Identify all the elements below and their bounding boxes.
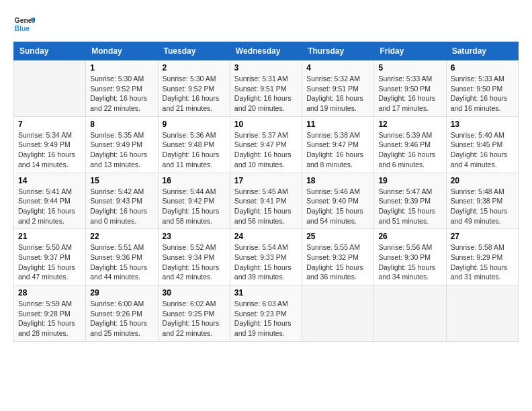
calendar-cell: 11Sunrise: 5:38 AM Sunset: 9:47 PM Dayli… bbox=[302, 116, 374, 173]
calendar-cell: 1Sunrise: 5:30 AM Sunset: 9:52 PM Daylig… bbox=[86, 60, 158, 117]
calendar-cell: 10Sunrise: 5:37 AM Sunset: 9:47 PM Dayli… bbox=[230, 116, 302, 173]
day-number: 15 bbox=[90, 176, 153, 185]
calendar-cell: 8Sunrise: 5:35 AM Sunset: 9:49 PM Daylig… bbox=[86, 116, 158, 173]
weekday-header-monday: Monday bbox=[86, 42, 158, 60]
calendar-cell: 5Sunrise: 5:33 AM Sunset: 9:50 PM Daylig… bbox=[374, 60, 446, 117]
calendar-cell: 30Sunrise: 6:02 AM Sunset: 9:25 PM Dayli… bbox=[158, 285, 230, 342]
logo-icon: General Blue bbox=[13, 13, 35, 35]
calendar-body: 1Sunrise: 5:30 AM Sunset: 9:52 PM Daylig… bbox=[14, 60, 519, 342]
calendar-cell bbox=[374, 285, 446, 342]
calendar-cell: 3Sunrise: 5:31 AM Sunset: 9:51 PM Daylig… bbox=[230, 60, 302, 117]
calendar-week-2: 7Sunrise: 5:34 AM Sunset: 9:49 PM Daylig… bbox=[14, 116, 519, 173]
day-number: 4 bbox=[306, 63, 369, 73]
page-header: General Blue bbox=[13, 13, 519, 35]
day-info: Sunrise: 5:47 AM Sunset: 9:39 PM Dayligh… bbox=[378, 187, 441, 226]
calendar-cell: 4Sunrise: 5:32 AM Sunset: 9:51 PM Daylig… bbox=[302, 60, 374, 117]
calendar-cell: 14Sunrise: 5:41 AM Sunset: 9:44 PM Dayli… bbox=[14, 173, 86, 229]
calendar-cell bbox=[446, 285, 518, 342]
day-info: Sunrise: 5:35 AM Sunset: 9:49 PM Dayligh… bbox=[90, 130, 153, 170]
calendar-cell bbox=[302, 285, 374, 342]
day-number: 3 bbox=[234, 63, 298, 73]
day-number: 19 bbox=[378, 176, 441, 185]
calendar-cell: 7Sunrise: 5:34 AM Sunset: 9:49 PM Daylig… bbox=[14, 116, 86, 173]
calendar-cell: 20Sunrise: 5:48 AM Sunset: 9:38 PM Dayli… bbox=[446, 173, 518, 229]
day-info: Sunrise: 5:38 AM Sunset: 9:47 PM Dayligh… bbox=[306, 130, 369, 170]
day-number: 6 bbox=[451, 63, 514, 73]
day-number: 26 bbox=[378, 232, 441, 241]
day-info: Sunrise: 5:56 AM Sunset: 9:30 PM Dayligh… bbox=[378, 242, 441, 282]
calendar-cell: 28Sunrise: 5:59 AM Sunset: 9:28 PM Dayli… bbox=[14, 285, 86, 342]
weekday-header-thursday: Thursday bbox=[302, 42, 374, 60]
day-info: Sunrise: 5:50 AM Sunset: 9:37 PM Dayligh… bbox=[18, 242, 81, 282]
day-number: 9 bbox=[163, 120, 226, 129]
calendar-cell: 29Sunrise: 6:00 AM Sunset: 9:26 PM Dayli… bbox=[86, 285, 158, 342]
day-info: Sunrise: 5:33 AM Sunset: 9:50 PM Dayligh… bbox=[378, 74, 441, 113]
calendar-cell: 15Sunrise: 5:42 AM Sunset: 9:43 PM Dayli… bbox=[86, 173, 158, 229]
calendar-header: SundayMondayTuesdayWednesdayThursdayFrid… bbox=[14, 42, 519, 60]
day-number: 11 bbox=[306, 120, 369, 129]
day-number: 27 bbox=[451, 232, 514, 241]
day-number: 17 bbox=[234, 176, 298, 185]
calendar-cell: 13Sunrise: 5:40 AM Sunset: 9:45 PM Dayli… bbox=[446, 116, 518, 173]
weekday-header-sunday: Sunday bbox=[14, 42, 86, 60]
weekday-header-row: SundayMondayTuesdayWednesdayThursdayFrid… bbox=[14, 42, 519, 60]
day-number: 29 bbox=[90, 288, 153, 298]
day-number: 31 bbox=[234, 288, 298, 298]
day-number: 20 bbox=[451, 176, 514, 185]
day-number: 1 bbox=[90, 63, 153, 73]
day-info: Sunrise: 5:54 AM Sunset: 9:33 PM Dayligh… bbox=[234, 242, 298, 282]
calendar-cell: 16Sunrise: 5:44 AM Sunset: 9:42 PM Dayli… bbox=[158, 173, 230, 229]
day-info: Sunrise: 5:30 AM Sunset: 9:52 PM Dayligh… bbox=[163, 74, 226, 113]
day-number: 23 bbox=[163, 232, 226, 241]
day-number: 13 bbox=[451, 120, 514, 129]
day-number: 16 bbox=[163, 176, 226, 185]
day-info: Sunrise: 5:37 AM Sunset: 9:47 PM Dayligh… bbox=[234, 130, 298, 170]
day-number: 2 bbox=[163, 63, 226, 73]
day-info: Sunrise: 5:55 AM Sunset: 9:32 PM Dayligh… bbox=[306, 242, 369, 282]
calendar-cell: 27Sunrise: 5:58 AM Sunset: 9:29 PM Dayli… bbox=[446, 229, 518, 285]
day-number: 12 bbox=[378, 120, 441, 129]
calendar-cell: 31Sunrise: 6:03 AM Sunset: 9:23 PM Dayli… bbox=[230, 285, 302, 342]
day-number: 7 bbox=[18, 120, 81, 129]
calendar-cell: 9Sunrise: 5:36 AM Sunset: 9:48 PM Daylig… bbox=[158, 116, 230, 173]
day-info: Sunrise: 5:32 AM Sunset: 9:51 PM Dayligh… bbox=[306, 74, 369, 113]
day-info: Sunrise: 6:03 AM Sunset: 9:23 PM Dayligh… bbox=[234, 299, 298, 338]
weekday-header-saturday: Saturday bbox=[446, 42, 518, 60]
calendar-cell: 21Sunrise: 5:50 AM Sunset: 9:37 PM Dayli… bbox=[14, 229, 86, 285]
day-info: Sunrise: 5:42 AM Sunset: 9:43 PM Dayligh… bbox=[90, 187, 153, 226]
day-info: Sunrise: 6:00 AM Sunset: 9:26 PM Dayligh… bbox=[90, 299, 153, 338]
day-number: 18 bbox=[306, 176, 369, 185]
day-info: Sunrise: 5:51 AM Sunset: 9:36 PM Dayligh… bbox=[90, 242, 153, 282]
day-info: Sunrise: 5:48 AM Sunset: 9:38 PM Dayligh… bbox=[451, 187, 514, 226]
day-number: 8 bbox=[90, 120, 153, 129]
day-number: 24 bbox=[234, 232, 298, 241]
calendar-cell: 26Sunrise: 5:56 AM Sunset: 9:30 PM Dayli… bbox=[374, 229, 446, 285]
day-info: Sunrise: 5:40 AM Sunset: 9:45 PM Dayligh… bbox=[451, 130, 514, 170]
day-number: 21 bbox=[18, 232, 81, 241]
day-info: Sunrise: 5:46 AM Sunset: 9:40 PM Dayligh… bbox=[306, 187, 369, 226]
day-number: 25 bbox=[306, 232, 369, 241]
day-info: Sunrise: 5:45 AM Sunset: 9:41 PM Dayligh… bbox=[234, 187, 298, 226]
day-number: 10 bbox=[234, 120, 298, 129]
calendar-week-4: 21Sunrise: 5:50 AM Sunset: 9:37 PM Dayli… bbox=[14, 229, 519, 285]
calendar-cell: 2Sunrise: 5:30 AM Sunset: 9:52 PM Daylig… bbox=[158, 60, 230, 117]
weekday-header-wednesday: Wednesday bbox=[230, 42, 302, 60]
calendar-cell: 24Sunrise: 5:54 AM Sunset: 9:33 PM Dayli… bbox=[230, 229, 302, 285]
calendar-cell bbox=[14, 60, 86, 117]
day-number: 5 bbox=[378, 63, 441, 73]
day-info: Sunrise: 5:52 AM Sunset: 9:34 PM Dayligh… bbox=[163, 242, 226, 282]
day-info: Sunrise: 5:58 AM Sunset: 9:29 PM Dayligh… bbox=[451, 242, 514, 282]
calendar-cell: 17Sunrise: 5:45 AM Sunset: 9:41 PM Dayli… bbox=[230, 173, 302, 229]
day-info: Sunrise: 5:36 AM Sunset: 9:48 PM Dayligh… bbox=[163, 130, 226, 170]
day-number: 14 bbox=[18, 176, 81, 185]
calendar-cell: 12Sunrise: 5:39 AM Sunset: 9:46 PM Dayli… bbox=[374, 116, 446, 173]
calendar-cell: 22Sunrise: 5:51 AM Sunset: 9:36 PM Dayli… bbox=[86, 229, 158, 285]
day-info: Sunrise: 5:59 AM Sunset: 9:28 PM Dayligh… bbox=[18, 299, 81, 338]
calendar-week-3: 14Sunrise: 5:41 AM Sunset: 9:44 PM Dayli… bbox=[14, 173, 519, 229]
day-info: Sunrise: 5:41 AM Sunset: 9:44 PM Dayligh… bbox=[18, 187, 81, 226]
day-info: Sunrise: 5:30 AM Sunset: 9:52 PM Dayligh… bbox=[90, 74, 153, 113]
calendar-cell: 18Sunrise: 5:46 AM Sunset: 9:40 PM Dayli… bbox=[302, 173, 374, 229]
day-info: Sunrise: 5:33 AM Sunset: 9:50 PM Dayligh… bbox=[451, 74, 514, 113]
day-info: Sunrise: 5:44 AM Sunset: 9:42 PM Dayligh… bbox=[163, 187, 226, 226]
weekday-header-friday: Friday bbox=[374, 42, 446, 60]
